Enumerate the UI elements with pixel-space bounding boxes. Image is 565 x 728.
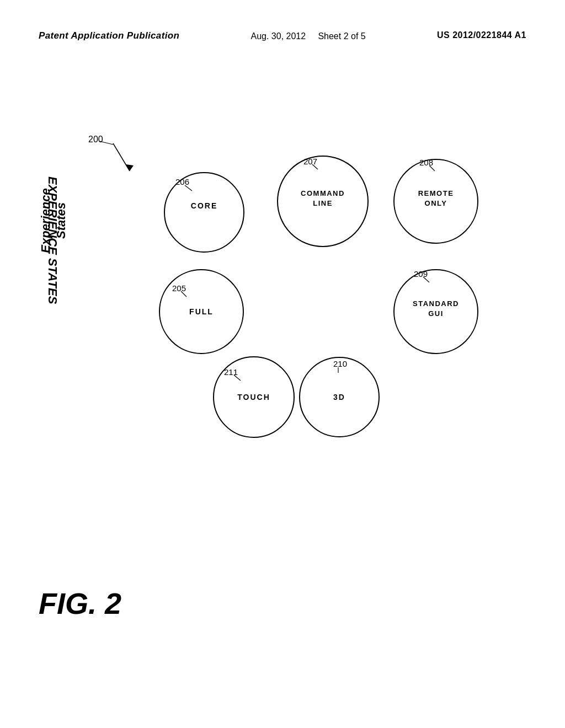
ref-207: 207 [303,157,317,166]
sheet-label: Sheet 2 of 5 [318,31,365,41]
label-gui: GUI [428,309,444,318]
svg-marker-1 [126,164,134,171]
label-remote: REMOTE [418,189,454,197]
page: Patent Application Publication Aug. 30, … [0,0,565,728]
ref-211: 211 [224,367,238,377]
ref-208: 208 [419,158,433,167]
ref-206: 206 [175,177,189,186]
svg-line-0 [113,143,130,171]
figure-label: FIG. 2 [39,586,121,620]
label-only: ONLY [425,199,447,207]
patent-number-label: US 2012/0221844 A1 [437,30,526,40]
label-standard: STANDARD [413,299,459,308]
date-sheet-label: Aug. 30, 2012 Sheet 2 of 5 [251,30,366,42]
publication-label: Patent Application Publication [39,30,179,41]
label-3d: 3D [333,393,345,402]
ref-200-label: 200 [88,135,103,144]
diagram-svg: 200 Experience States EXPERIENCE STATES … [33,83,530,496]
label-full: FULL [189,307,214,316]
label-line: LINE [313,199,333,207]
date-label: Aug. 30, 2012 [251,31,306,41]
label-command: COMMAND [301,189,345,197]
experience-states-vertical: EXPERIENCE STATES [46,176,60,304]
label-touch: TOUCH [237,393,270,402]
header: Patent Application Publication Aug. 30, … [0,30,565,42]
label-core: CORE [191,201,217,210]
ref-205: 205 [172,283,186,293]
ref-210: 210 [333,359,347,368]
ref-209: 209 [414,269,428,279]
